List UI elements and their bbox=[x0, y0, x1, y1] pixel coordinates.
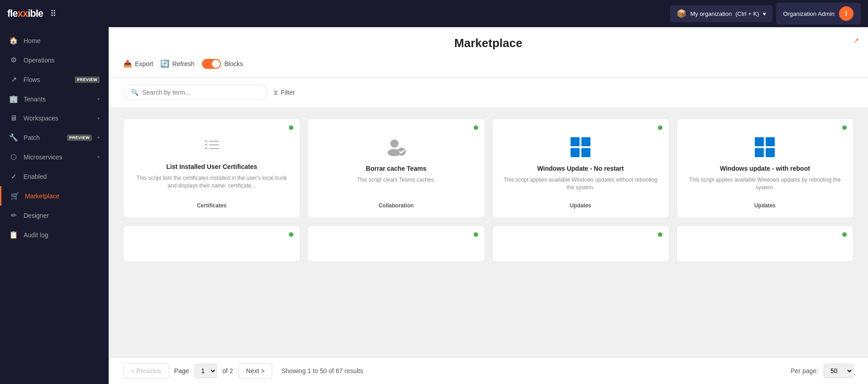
sidebar-item-marketplace[interactable]: 🛒 Marketplace bbox=[0, 186, 109, 206]
workspaces-icon: 🖥 bbox=[9, 114, 18, 122]
svg-rect-5 bbox=[209, 148, 219, 149]
partial-row bbox=[123, 226, 854, 262]
org-selector-button[interactable]: 📦 My organization (Ctrl + K) ▾ bbox=[670, 5, 772, 22]
card-category: Updates bbox=[570, 202, 591, 209]
page-label: Page bbox=[174, 367, 189, 374]
cards-area: 1 2 3 List Installed User Certificates T… bbox=[109, 108, 868, 357]
svg-rect-1 bbox=[209, 141, 219, 142]
cards-grid: 1 2 3 List Installed User Certificates T… bbox=[123, 119, 854, 218]
svg-rect-17 bbox=[766, 137, 775, 146]
marketplace-icon: 🛒 bbox=[10, 192, 19, 200]
sidebar-item-enabled[interactable]: ✓ Enabled bbox=[0, 167, 109, 186]
sidebar-item-tenants[interactable]: 🏢 Tenants ▾ bbox=[0, 89, 109, 109]
org-label: My organization bbox=[690, 10, 732, 17]
sidebar-item-label: Flows bbox=[24, 76, 69, 83]
svg-rect-19 bbox=[766, 148, 775, 157]
sidebar-item-label: Designer bbox=[24, 212, 100, 219]
svg-rect-3 bbox=[209, 144, 219, 145]
search-input[interactable] bbox=[142, 89, 260, 96]
marketplace-card[interactable]: Windows Update - No restart This script … bbox=[492, 119, 669, 218]
search-filter-row: 🔍 ⧖ Filter bbox=[109, 77, 868, 108]
app-logo: flexxible bbox=[7, 8, 43, 19]
marketplace-card-partial[interactable] bbox=[123, 226, 300, 262]
chevron-down-icon: ▾ bbox=[97, 96, 100, 101]
refresh-icon: 🔄 bbox=[160, 59, 169, 68]
blocks-toggle-container: Blocks bbox=[202, 59, 243, 69]
operations-icon: ⚙ bbox=[9, 56, 18, 64]
sidebar-item-workspaces[interactable]: 🖥 Workspaces ▾ bbox=[0, 109, 109, 128]
filter-label: Filter bbox=[281, 89, 295, 96]
sidebar-item-label: Marketplace bbox=[25, 192, 100, 200]
marketplace-card-partial[interactable] bbox=[307, 226, 484, 262]
preview-badge: PREVIEW bbox=[75, 77, 100, 83]
card-category: Certificates bbox=[197, 202, 226, 209]
patch-icon: 🔧 bbox=[9, 133, 18, 142]
refresh-label: Refresh bbox=[172, 60, 194, 67]
grid-menu-icon[interactable]: ⠿ bbox=[50, 9, 56, 19]
marketplace-card[interactable]: 1 2 3 List Installed User Certificates T… bbox=[123, 119, 300, 218]
card-category: Updates bbox=[754, 202, 776, 209]
sidebar-item-operations[interactable]: ⚙ Operations bbox=[0, 50, 109, 70]
sidebar-item-designer[interactable]: ✏ Designer bbox=[0, 206, 109, 225]
page-number-select[interactable]: 1 2 bbox=[194, 364, 217, 378]
status-dot bbox=[474, 232, 478, 237]
svg-rect-13 bbox=[581, 137, 590, 146]
sidebar-item-label: Home bbox=[24, 37, 100, 44]
chevron-down-icon: ▾ bbox=[97, 135, 100, 140]
marketplace-card-partial[interactable] bbox=[492, 226, 669, 262]
status-dot bbox=[842, 125, 847, 130]
filter-icon: ⧖ bbox=[273, 89, 278, 96]
page-title: Marketplace bbox=[123, 36, 854, 50]
home-icon: 🏠 bbox=[9, 36, 18, 45]
status-dot bbox=[842, 232, 847, 237]
flows-icon: ↗ bbox=[9, 75, 18, 84]
svg-text:1: 1 bbox=[205, 139, 207, 142]
showing-results-text: Showing 1 to 50 of 67 results bbox=[281, 367, 363, 374]
card-category: Collaboration bbox=[379, 202, 413, 209]
sidebar-item-label: Patch bbox=[24, 134, 62, 141]
blocks-toggle[interactable] bbox=[202, 59, 221, 69]
chevron-down-icon: ▾ bbox=[97, 116, 100, 121]
user-menu-button[interactable]: Organization Admin I bbox=[776, 3, 861, 24]
microservices-icon: ⬡ bbox=[9, 153, 18, 161]
sidebar-item-audit-log[interactable]: 📋 Audit log bbox=[0, 225, 109, 245]
svg-text:2: 2 bbox=[205, 143, 207, 146]
expand-icon[interactable]: ↗ bbox=[853, 36, 859, 45]
list-icon: 1 2 3 bbox=[201, 135, 223, 157]
previous-button[interactable]: < Previous bbox=[123, 363, 169, 379]
windows-icon bbox=[753, 135, 777, 159]
marketplace-card-partial[interactable] bbox=[676, 226, 854, 262]
svg-rect-15 bbox=[581, 148, 590, 157]
per-page-select[interactable]: 10 25 50 100 bbox=[824, 364, 854, 378]
audit-log-icon: 📋 bbox=[9, 230, 18, 239]
sidebar-item-label: Operations bbox=[24, 57, 100, 64]
avatar: I bbox=[839, 6, 854, 21]
sidebar-item-microservices[interactable]: ⬡ Microservices ▾ bbox=[0, 147, 109, 167]
main-content: Marketplace 📤 Export 🔄 Refresh Blocks ↗ bbox=[109, 27, 868, 384]
export-icon: 📤 bbox=[123, 59, 132, 68]
page-header: Marketplace 📤 Export 🔄 Refresh Blocks ↗ bbox=[109, 27, 868, 77]
svg-rect-12 bbox=[571, 137, 580, 146]
filter-button[interactable]: ⧖ Filter bbox=[273, 89, 295, 96]
marketplace-card[interactable]: Borrar cache Teams This script clears Te… bbox=[307, 119, 484, 218]
status-dot bbox=[474, 125, 478, 130]
status-dot bbox=[289, 232, 293, 237]
user-label: Organization Admin bbox=[783, 10, 834, 17]
refresh-button[interactable]: 🔄 Refresh bbox=[160, 58, 194, 70]
windows-icon bbox=[569, 135, 592, 159]
marketplace-card[interactable]: Windows update - with reboot This script… bbox=[676, 119, 854, 218]
tenants-icon: 🏢 bbox=[9, 95, 18, 103]
export-button[interactable]: 📤 Export bbox=[123, 58, 153, 70]
svg-point-9 bbox=[390, 139, 398, 148]
card-description: This script applies available Windows up… bbox=[502, 176, 660, 199]
sidebar-item-home[interactable]: 🏠 Home bbox=[0, 31, 109, 50]
card-description: This script lists the certificates insta… bbox=[133, 174, 291, 199]
card-title: List Installed User Certificates bbox=[166, 163, 257, 171]
sidebar-item-flows[interactable]: ↗ Flows PREVIEW bbox=[0, 70, 109, 89]
sidebar-item-patch[interactable]: 🔧 Patch PREVIEW ▾ bbox=[0, 128, 109, 147]
org-shortcut: (Ctrl + K) bbox=[735, 10, 759, 17]
blocks-label: Blocks bbox=[225, 60, 243, 67]
card-title: Windows update - with reboot bbox=[720, 164, 810, 173]
next-button[interactable]: Next > bbox=[239, 363, 273, 379]
chevron-down-icon: ▾ bbox=[763, 10, 766, 17]
